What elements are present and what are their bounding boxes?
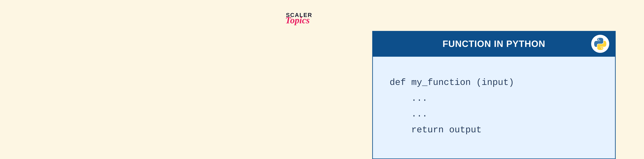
card-header: FUNCTION IN PYTHON bbox=[372, 31, 616, 57]
code-block: def my_function (input) ... ... return o… bbox=[390, 75, 598, 138]
card-body: def my_function (input) ... ... return o… bbox=[372, 57, 616, 159]
python-icon bbox=[591, 35, 609, 53]
scaler-topics-logo: SCALER Topics bbox=[286, 12, 312, 24]
python-logo-icon bbox=[594, 38, 606, 50]
code-line-4: return output bbox=[390, 125, 482, 135]
code-line-1: def my_function (input) bbox=[390, 78, 514, 88]
function-card: FUNCTION IN PYTHON def my_function (inpu… bbox=[372, 31, 616, 159]
card-title: FUNCTION IN PYTHON bbox=[442, 39, 545, 49]
code-line-2: ... bbox=[390, 93, 428, 104]
logo-text-topics: Topics bbox=[285, 16, 312, 24]
code-line-3: ... bbox=[390, 109, 428, 119]
